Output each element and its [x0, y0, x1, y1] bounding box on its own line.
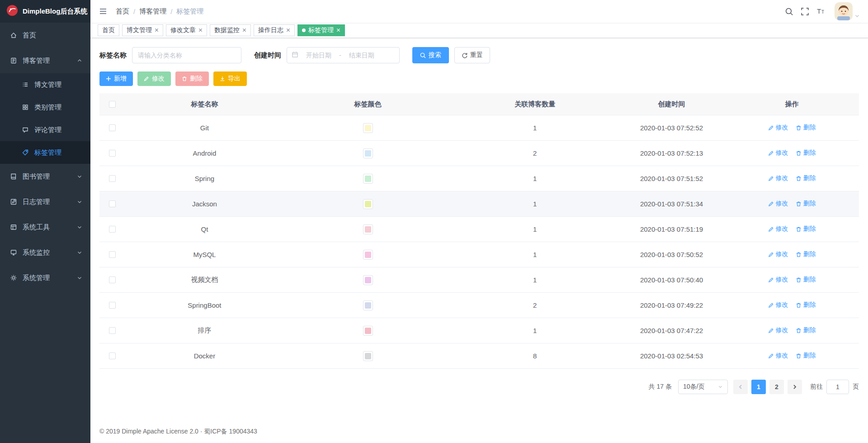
sidebar-item-system[interactable]: 系统管理 — [0, 265, 90, 291]
start-date-input[interactable] — [301, 52, 336, 59]
select-all-checkbox[interactable] — [109, 101, 116, 108]
created-time: 2020-01-03 07:50:40 — [618, 276, 725, 284]
copyright-text: © 2019 Dimple Apache License 2.0 · 蜀ICP备… — [99, 428, 257, 435]
row-checkbox[interactable] — [109, 150, 116, 157]
row-checkbox[interactable] — [109, 302, 116, 309]
sidebar-item-tags[interactable]: 标签管理 — [0, 141, 90, 164]
blog-count: 1 — [451, 276, 618, 284]
sidebar-item-books[interactable]: 图书管理 — [0, 164, 90, 189]
row-edit-link[interactable]: 修改 — [768, 174, 788, 182]
row-delete-link[interactable]: 删除 — [796, 200, 816, 208]
sidebar-item-comments[interactable]: 评论管理 — [0, 119, 90, 141]
row-edit-link[interactable]: 修改 — [768, 352, 788, 360]
prev-page-button[interactable] — [733, 380, 748, 394]
app-title: DimpleBlog后台系统 — [23, 7, 87, 16]
breadcrumb-separator: / — [133, 8, 135, 15]
row-checkbox[interactable] — [109, 124, 116, 131]
row-delete-link[interactable]: 删除 — [796, 124, 816, 132]
close-icon[interactable] — [242, 28, 246, 32]
fullscreen-icon[interactable] — [801, 7, 809, 16]
date-range-picker[interactable]: - — [287, 47, 400, 63]
blog-icon — [10, 57, 17, 64]
sidebar-item-label: 图书管理 — [23, 172, 50, 181]
sidebar-item-logs[interactable]: 日志管理 — [0, 189, 90, 214]
close-icon[interactable] — [286, 28, 290, 32]
row-delete-link[interactable]: 删除 — [796, 174, 816, 182]
breadcrumb-item[interactable]: 首页 — [116, 7, 129, 16]
sidebar-item-label: 首页 — [23, 31, 36, 40]
hamburger-icon[interactable] — [99, 7, 108, 16]
edit-button[interactable]: 修改 — [137, 71, 171, 86]
tags-table: 标签名称 标签颜色 关联博客数量 创建时间 操作 Git 1 2020-01-0… — [99, 93, 859, 369]
export-button[interactable]: 导出 — [213, 71, 247, 86]
close-icon[interactable] — [198, 28, 203, 32]
calendar-icon — [292, 51, 298, 60]
sidebar-item-tools[interactable]: 系统工具 — [0, 214, 90, 240]
row-checkbox[interactable] — [109, 251, 116, 258]
tag-name-filter: 标签名称 — [99, 47, 241, 63]
blog-count: 1 — [451, 327, 618, 334]
close-icon[interactable] — [155, 28, 159, 32]
table-row: Android 2 2020-01-03 07:52:13 修改 删除 — [99, 140, 859, 166]
close-icon[interactable] — [336, 28, 340, 32]
chevron-down-icon — [76, 198, 83, 205]
reset-button[interactable]: 重置 — [454, 47, 490, 63]
blog-count: 8 — [451, 352, 618, 360]
row-delete-link[interactable]: 删除 — [796, 225, 816, 233]
sidebar-item-categories[interactable]: 类别管理 — [0, 96, 90, 119]
tag-color-swatch — [363, 351, 373, 361]
row-edit-link[interactable]: 修改 — [768, 225, 788, 233]
tab-posts[interactable]: 博文管理 — [122, 24, 163, 36]
tag-color-swatch — [363, 123, 373, 133]
row-checkbox[interactable] — [109, 276, 116, 283]
tab-operation-log[interactable]: 操作日志 — [254, 24, 295, 36]
end-date-input[interactable] — [344, 52, 379, 59]
monitor-icon — [10, 249, 17, 256]
sidebar-item-monitor[interactable]: 系统监控 — [0, 240, 90, 265]
row-checkbox[interactable] — [109, 226, 116, 233]
row-delete-link[interactable]: 删除 — [796, 276, 816, 284]
tags-view-bar: 首页 博文管理 修改文章 数据监控 操作日志 标签管理 — [90, 23, 868, 38]
add-button[interactable]: 新增 — [99, 71, 133, 86]
breadcrumb-item[interactable]: 博客管理 — [139, 7, 166, 16]
font-size-icon[interactable]: TT — [816, 7, 826, 15]
sidebar-item-posts[interactable]: 博文管理 — [0, 73, 90, 96]
page-content: 标签名称 创建时间 - 搜索 — [90, 38, 868, 428]
row-edit-link[interactable]: 修改 — [768, 250, 788, 258]
row-delete-link[interactable]: 删除 — [796, 352, 816, 360]
page-button-1[interactable]: 1 — [751, 380, 766, 394]
row-edit-link[interactable]: 修改 — [768, 276, 788, 284]
row-checkbox[interactable] — [109, 352, 116, 359]
search-button[interactable]: 搜索 — [412, 47, 449, 63]
row-edit-link[interactable]: 修改 — [768, 149, 788, 157]
tab-edit-article[interactable]: 修改文章 — [166, 24, 207, 36]
row-edit-link[interactable]: 修改 — [768, 200, 788, 208]
table-row: Qt 1 2020-01-03 07:51:19 修改 删除 — [99, 216, 859, 242]
row-delete-link[interactable]: 删除 — [796, 301, 816, 309]
row-edit-link[interactable]: 修改 — [768, 124, 788, 132]
row-checkbox[interactable] — [109, 200, 116, 207]
row-checkbox[interactable] — [109, 327, 116, 334]
page-button-2[interactable]: 2 — [769, 380, 784, 394]
row-edit-link[interactable]: 修改 — [768, 326, 788, 334]
tab-tag-management[interactable]: 标签管理 — [297, 24, 345, 36]
page-size-select[interactable]: 10条/页 — [678, 380, 728, 394]
next-page-button[interactable] — [788, 380, 802, 394]
row-delete-link[interactable]: 删除 — [796, 250, 816, 258]
sidebar-item-blog[interactable]: 博客管理 — [0, 48, 90, 73]
table-row: SpringBoot 2 2020-01-03 07:49:22 修改 删除 — [99, 292, 859, 318]
user-menu[interactable] — [835, 2, 860, 20]
row-checkbox[interactable] — [109, 175, 116, 182]
tag-name-input[interactable] — [132, 47, 241, 63]
tag-color-swatch — [363, 275, 373, 285]
search-icon[interactable] — [785, 7, 793, 16]
delete-button[interactable]: 删除 — [175, 71, 209, 86]
created-time: 2020-01-03 07:52:13 — [618, 149, 725, 157]
tab-data-monitor[interactable]: 数据监控 — [210, 24, 251, 36]
sidebar-item-home[interactable]: 首页 — [0, 23, 90, 48]
row-edit-link[interactable]: 修改 — [768, 301, 788, 309]
row-delete-link[interactable]: 删除 — [796, 326, 816, 334]
goto-page-input[interactable] — [826, 380, 849, 394]
tab-home[interactable]: 首页 — [98, 24, 119, 36]
row-delete-link[interactable]: 删除 — [796, 149, 816, 157]
